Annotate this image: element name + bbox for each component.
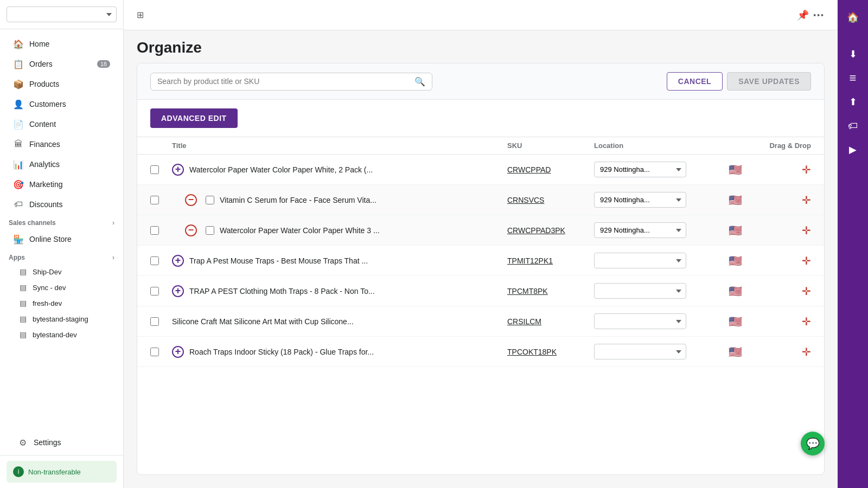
location-select[interactable] [594,313,686,329]
sku-link[interactable]: TPCOKT18PK [507,348,557,356]
table-header: Title SKU Location Drag & Drop [137,137,824,155]
chat-button[interactable]: 💬 [801,432,825,455]
row-checkbox[interactable] [150,317,159,326]
drag-handle[interactable]: ✛ [802,285,811,298]
expand-icon[interactable]: + [172,164,184,176]
sku-link[interactable]: TPCMT8PK [507,287,548,296]
row-checkbox[interactable] [150,165,159,174]
info-icon: i [13,466,24,477]
cancel-button[interactable]: CANCEL [667,72,723,91]
sales-channels-section: Sales channels› [0,215,123,229]
sidebar-app-bytestand-dev[interactable]: ▤ bytestand-dev [4,327,119,342]
store-selector[interactable] [7,7,117,22]
app-icon-sync-dev: ▤ [20,283,28,292]
sidebar-item-products[interactable]: 📦 Products [4,74,119,94]
sidebar-label-customers: Customers [29,100,66,108]
product-title: TRAP A PEST Clothing Moth Traps - 8 Pack… [189,287,375,296]
location-select[interactable]: 929 Nottingha... [594,192,686,208]
row-checkbox[interactable] [150,348,159,356]
non-transferable-box: i Non-transferable [7,461,117,483]
variant-checkbox[interactable] [206,196,214,204]
drag-handle[interactable]: ✛ [802,224,811,237]
sidebar-item-settings[interactable]: ⚙ Settings [9,433,114,452]
analytics-icon: 📊 [13,159,24,170]
more-options-icon[interactable]: ••• [813,11,825,20]
drag-handle[interactable]: ✛ [802,194,811,207]
location-select[interactable] [594,283,686,299]
rp-tag-icon[interactable]: 🏷 [842,115,864,137]
drag-handle[interactable]: ✛ [802,345,811,358]
sidebar-label-products: Products [29,80,59,88]
expand-icon[interactable]: + [172,255,184,267]
location-select[interactable]: 929 Nottingha... [594,162,686,177]
flag-icon: 🇺🇸 [729,194,742,207]
apps-chevron[interactable]: › [112,254,114,261]
location-select[interactable] [594,344,686,359]
rp-home-icon[interactable]: 🏠 [842,7,864,28]
expand-icon[interactable]: + [172,346,184,358]
badge-orders: 18 [97,60,110,68]
rp-download-icon[interactable]: ⬇ [842,43,864,65]
rp-play-icon[interactable]: ▶ [842,139,864,160]
drag-cell: ✛ [768,163,811,176]
rp-filter-icon[interactable]: ≡ [842,67,864,89]
rp-upload-icon[interactable]: ⬆ [842,91,864,113]
sku-link[interactable]: CRNSVCS [507,196,544,204]
sidebar-app-bytestand-staging[interactable]: ▤ bytestand-staging [4,311,119,326]
sidebar-item-analytics[interactable]: 📊 Analytics [4,155,119,174]
save-updates-button[interactable]: SAVE UPDATES [727,72,811,91]
checkbox-cell [150,165,172,174]
product-title: Roach Traps Indoor Sticky (18 Pack) - Gl… [189,348,374,356]
sidebar-item-finances[interactable]: 🏛 Finances [4,134,119,154]
checkbox-cell [150,226,172,235]
sku-link[interactable]: CRSILCM [507,317,541,326]
sidebar-app-fresh-dev[interactable]: ▤ fresh-dev [4,296,119,311]
row-checkbox[interactable] [150,226,159,235]
settings-label: Settings [34,438,61,447]
sidebar-item-home[interactable]: 🏠 Home [4,34,119,54]
row-checkbox[interactable] [150,256,159,265]
header-location-col: Location [594,142,703,150]
sidebar-item-marketing[interactable]: 🎯 Marketing [4,175,119,194]
advanced-edit-button[interactable]: ADVANCED EDIT [150,108,238,128]
drag-handle[interactable]: ✛ [802,315,811,328]
sku-link[interactable]: TPMIT12PK1 [507,256,553,265]
sku-link[interactable]: CRWCPPAD [507,165,551,174]
customers-icon: 👤 [13,99,24,110]
sku-cell: CRNSVCS [507,196,594,204]
sidebar-app-sync-dev[interactable]: ▤ Sync - dev [4,280,119,295]
sidebar-item-discounts[interactable]: 🏷 Discounts [4,195,119,214]
orders-icon: 📋 [13,59,24,69]
location-select[interactable]: 929 Nottingha... [594,222,686,238]
drag-handle[interactable]: ✛ [802,254,811,267]
grid-icon: ⊞ [137,10,144,20]
expand-icon[interactable]: + [172,285,184,297]
location-select[interactable] [594,253,686,268]
collapse-icon[interactable]: − [185,224,197,236]
flag-cell: 🇺🇸 [703,224,768,237]
sidebar-item-orders[interactable]: 📋 Orders 18 [4,54,119,74]
sku-link[interactable]: CRWCPPAD3PK [507,226,565,235]
sales-channels-chevron[interactable]: › [112,219,114,227]
collapse-icon[interactable]: − [185,194,197,206]
product-title: Watercolor Paper Water Color Paper White… [189,165,373,174]
sidebar-item-customers[interactable]: 👤 Customers [4,94,119,114]
product-title-cell: +TRAP A PEST Clothing Moth Traps - 8 Pac… [172,285,507,297]
variant-checkbox[interactable] [206,226,214,235]
flag-icon: 🇺🇸 [729,254,742,267]
table-row: −Vitamin C Serum for Face - Face Serum V… [137,185,824,215]
sidebar-item-online-store[interactable]: 🏪 Online Store [4,229,119,249]
sidebar-item-content[interactable]: 📄 Content [4,114,119,134]
toolbar: 🔍 CANCEL SAVE UPDATES [137,63,824,100]
home-icon: 🏠 [13,38,24,49]
checkbox-cell [150,196,172,204]
sidebar-app-ship-dev[interactable]: ▤ Ship-Dev [4,264,119,279]
table-row: Silicone Craft Mat Silicone Art Mat with… [137,306,824,337]
app-icon-fresh-dev: ▤ [20,299,28,307]
sales-channels-label: Sales channels [9,219,56,227]
header-flag-col [703,142,768,150]
row-checkbox[interactable] [150,196,159,204]
drag-handle[interactable]: ✛ [802,163,811,176]
search-input[interactable] [157,77,410,86]
row-checkbox[interactable] [150,287,159,296]
